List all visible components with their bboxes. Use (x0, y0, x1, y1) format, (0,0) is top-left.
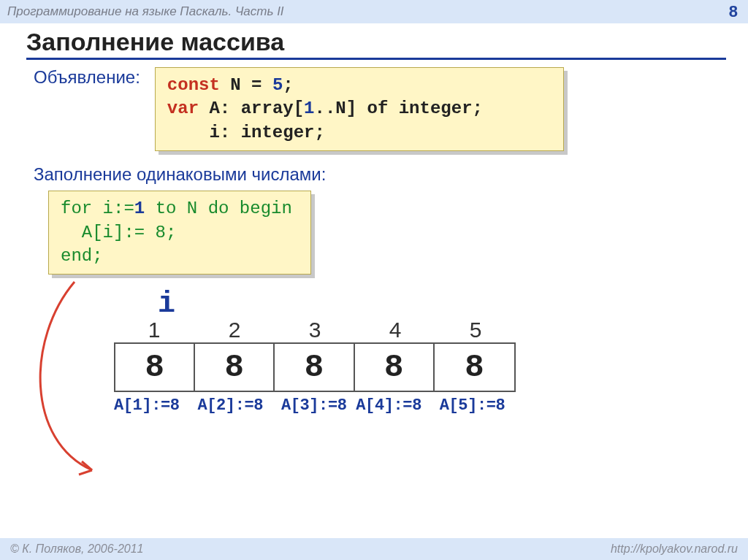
array-diagram: i 1 2 3 4 5 8 8 8 8 8 A[1]:=8 A[2]:=8 A[… (114, 288, 567, 415)
page-number: 8 (729, 2, 738, 21)
footer-bar: © К. Поляков, 2006-2011 http://kpolyakov… (0, 538, 748, 560)
array-cell: 8 (195, 344, 275, 391)
num-1: 1 (134, 199, 145, 218)
fill-label: Заполнение одинаковыми числами: (34, 164, 726, 185)
declaration-label: Объявление: (34, 67, 140, 88)
code-text: ; (283, 75, 293, 95)
assignment: A[4]:=8 (356, 396, 421, 415)
index-label: 5 (435, 318, 516, 342)
code-text: i: integer; (167, 123, 325, 142)
slide: Программирование на языке Паскаль. Часть… (0, 0, 748, 560)
header-title: Программирование на языке Паскаль. Часть… (7, 4, 284, 19)
footer-url: http://kpolyakov.narod.ru (611, 542, 738, 556)
code-text: N = (220, 75, 272, 95)
index-variable: i (158, 288, 567, 321)
assignments-row: A[1]:=8 A[2]:=8 A[3]:=8 A[4]:=8 A[5]:=8 (114, 396, 567, 415)
arrow-icon (34, 280, 121, 485)
assignment: A[1]:=8 (114, 396, 180, 415)
main-content: Заполнение массива Объявление: const N =… (0, 23, 748, 538)
code-block-declaration: const N = 5; var A: array[1..N] of integ… (155, 67, 564, 151)
array-cells: 8 8 8 8 8 (114, 342, 516, 392)
index-label: 3 (275, 318, 355, 342)
num-1: 1 (304, 99, 314, 118)
copyright: © К. Поляков, 2006-2011 (10, 542, 143, 556)
assignment: A[2]:=8 (197, 396, 263, 415)
index-label: 2 (194, 318, 275, 342)
code-text: for i:= (61, 199, 134, 218)
kw-const: const (167, 75, 220, 95)
array-cell: 8 (115, 344, 195, 391)
declaration-row: Объявление: const N = 5; var A: array[1.… (34, 67, 726, 151)
header-bar: Программирование на языке Паскаль. Часть… (0, 0, 748, 23)
index-label: 1 (114, 318, 194, 342)
assignment: A[5]:=8 (440, 396, 505, 415)
slide-title: Заполнение массива (26, 28, 726, 60)
array-cell: 8 (355, 344, 435, 391)
index-label: 4 (355, 318, 435, 342)
assignment: A[3]:=8 (281, 396, 347, 415)
code-text: to N do begin (145, 199, 292, 218)
code-text: end; (61, 246, 103, 266)
code-text: A[i]:= 8; (61, 223, 176, 242)
code-block-fill: for i:=1 to N do begin A[i]:= 8; end; (48, 191, 311, 275)
code-text: A: array[ (199, 99, 304, 118)
kw-var: var (167, 99, 199, 118)
num-5: 5 (272, 75, 283, 95)
array-cell: 8 (435, 344, 514, 391)
code-text: ..N] of integer; (315, 99, 483, 118)
array-cell: 8 (275, 344, 354, 391)
index-row: 1 2 3 4 5 (114, 318, 567, 342)
